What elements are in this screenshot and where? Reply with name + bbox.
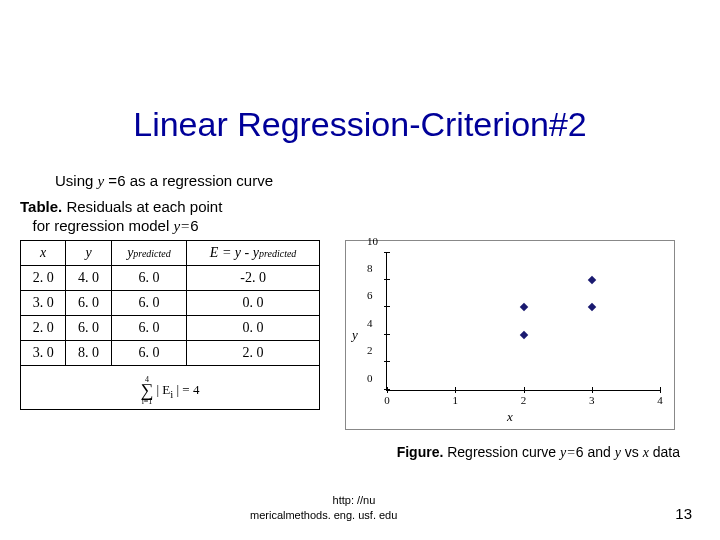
table-row: 2. 0 4. 0 6. 0 -2. 0 <box>21 265 320 290</box>
table-caption-var: y= <box>173 218 190 234</box>
table-sum-row: 4 ∑ i=1 | Ei | = 4 <box>21 365 320 410</box>
cell-e: -2. 0 <box>187 265 320 290</box>
header-x: x <box>21 240 66 265</box>
ytick-label: 2 <box>367 344 373 356</box>
header-ypred-sub: predicted <box>133 248 170 259</box>
xtick-label: 1 <box>453 394 459 406</box>
cell-x: 2. 0 <box>21 315 66 340</box>
table-row: 3. 0 8. 0 6. 0 2. 0 <box>21 340 320 365</box>
header-ypred: ypredicted <box>111 240 187 265</box>
data-point <box>588 303 596 311</box>
scatter-chart: y 024681001234 x <box>345 240 675 430</box>
cell-x: 3. 0 <box>21 340 66 365</box>
header-err-main: E = y - y <box>210 245 259 260</box>
sum-result: 4 <box>193 382 200 397</box>
sigma-icon: 4 ∑ i=1 <box>141 377 154 406</box>
cell-yp: 6. 0 <box>111 315 187 340</box>
ytick-label: 6 <box>367 289 373 301</box>
table-caption-val: 6 <box>190 217 198 234</box>
header-y: y <box>66 240 111 265</box>
residuals-table: x y ypredicted E = y - ypredicted 2. 0 4… <box>20 240 320 411</box>
cell-y: 6. 0 <box>66 290 111 315</box>
fig-caption-vs: vs <box>621 444 643 460</box>
sum-body-main: | E <box>156 382 170 397</box>
subtitle: Using y =6 as a regression curve <box>0 154 720 190</box>
subtitle-eq: =6 as a regression curve <box>104 172 273 189</box>
cell-yp: 6. 0 <box>111 290 187 315</box>
ytick-label: 0 <box>367 372 373 384</box>
page-number: 13 <box>675 505 692 522</box>
cell-yp: 6. 0 <box>111 340 187 365</box>
cell-e: 2. 0 <box>187 340 320 365</box>
table-row: 3. 0 6. 0 6. 0 0. 0 <box>21 290 320 315</box>
fig-caption-eqval: 6 and <box>576 444 615 460</box>
cell-yp: 6. 0 <box>111 265 187 290</box>
data-point <box>588 276 596 284</box>
cell-y: 4. 0 <box>66 265 111 290</box>
table-caption: Table. Residuals at each point for regre… <box>0 190 720 236</box>
table-caption-l2a: for regression model <box>33 217 174 234</box>
xtick-label: 3 <box>589 394 595 406</box>
chart-ylabel: y <box>352 327 358 343</box>
cell-e: 0. 0 <box>187 315 320 340</box>
footer-url: http: //nu mericalmethods. eng. usf. edu <box>250 493 470 522</box>
ytick-label: 10 <box>367 235 378 247</box>
footer-url-bottom: mericalmethods. eng. usf. edu <box>250 509 397 521</box>
xtick-label: 0 <box>384 394 390 406</box>
cell-x: 3. 0 <box>21 290 66 315</box>
cell-x: 2. 0 <box>21 265 66 290</box>
ytick-label: 4 <box>367 317 373 329</box>
table-header-row: x y ypredicted E = y - ypredicted <box>21 240 320 265</box>
cell-y: 6. 0 <box>66 315 111 340</box>
fig-caption-eq: y= <box>560 445 576 460</box>
ytick-label: 8 <box>367 262 373 274</box>
footer-url-top: http: //nu <box>333 494 376 506</box>
content-row: x y ypredicted E = y - ypredicted 2. 0 4… <box>0 236 720 430</box>
chart-xlabel: x <box>507 409 513 425</box>
fig-caption-t1: Regression curve <box>443 444 560 460</box>
sum-body: | Ei | = 4 <box>156 382 199 400</box>
fig-caption-end: data <box>649 444 680 460</box>
header-err-sub: predicted <box>259 248 296 259</box>
plot-area: 024681001234 <box>386 253 660 391</box>
data-point <box>519 303 527 311</box>
fig-caption-bold: Figure. <box>397 444 444 460</box>
cell-y: 8. 0 <box>66 340 111 365</box>
sigma-lower: i=1 <box>142 399 153 406</box>
header-err: E = y - ypredicted <box>187 240 320 265</box>
table-caption-bold: Table. <box>20 198 62 215</box>
figure-caption: Figure. Regression curve y=6 and y vs x … <box>0 430 720 461</box>
table-caption-l1: Residuals at each point <box>62 198 222 215</box>
table-row: 2. 0 6. 0 6. 0 0. 0 <box>21 315 320 340</box>
cell-e: 0. 0 <box>187 290 320 315</box>
xtick-label: 2 <box>521 394 527 406</box>
subtitle-text: Using <box>55 172 98 189</box>
sum-body-close: | = <box>173 382 193 397</box>
sum-cell: 4 ∑ i=1 | Ei | = 4 <box>21 365 320 410</box>
page-title: Linear Regression-Criterion#2 <box>0 0 720 154</box>
xtick-label: 4 <box>657 394 663 406</box>
data-point <box>519 330 527 338</box>
